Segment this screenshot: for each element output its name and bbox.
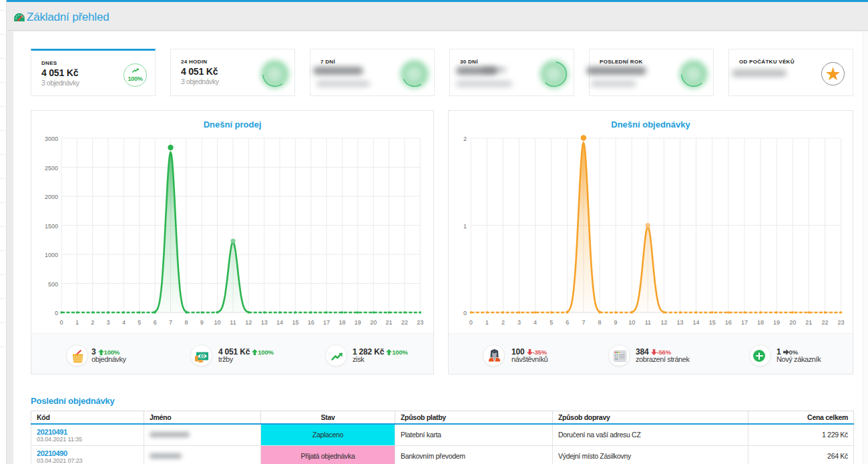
svg-text:2000: 2000 (45, 194, 58, 200)
svg-text:10: 10 (628, 319, 635, 326)
svg-text:9: 9 (614, 319, 618, 326)
svg-text:21: 21 (805, 319, 812, 326)
svg-text:23: 23 (837, 319, 844, 326)
svg-text:9: 9 (200, 319, 204, 326)
svg-text:15: 15 (292, 319, 298, 326)
svg-text:16: 16 (725, 319, 732, 326)
svg-text:2: 2 (463, 136, 467, 142)
svg-text:19: 19 (355, 319, 361, 326)
svg-text:20: 20 (370, 319, 377, 326)
svg-text:3: 3 (107, 319, 110, 326)
svg-text:5: 5 (550, 319, 553, 326)
svg-text:500: 500 (48, 281, 58, 288)
svg-text:13: 13 (261, 319, 268, 326)
svg-text:7: 7 (169, 319, 172, 326)
svg-text:0: 0 (59, 319, 63, 326)
svg-text:17: 17 (323, 319, 330, 326)
svg-text:11: 11 (645, 319, 651, 326)
svg-text:1: 1 (75, 319, 79, 326)
svg-text:8: 8 (184, 319, 188, 326)
svg-text:4: 4 (533, 319, 537, 326)
svg-text:18: 18 (757, 319, 764, 326)
svg-text:12: 12 (245, 319, 252, 326)
svg-text:14: 14 (276, 319, 283, 326)
svg-text:0: 0 (201, 354, 204, 359)
svg-text:1000: 1000 (45, 252, 58, 258)
svg-text:2500: 2500 (45, 165, 58, 172)
svg-text:16: 16 (308, 319, 314, 326)
svg-text:8: 8 (598, 319, 601, 326)
svg-text:5: 5 (138, 319, 141, 326)
svg-text:12: 12 (660, 319, 667, 326)
svg-text:4: 4 (122, 319, 126, 326)
svg-text:23: 23 (417, 319, 423, 326)
svg-text:3: 3 (517, 319, 521, 326)
svg-text:6: 6 (566, 319, 569, 326)
svg-text:0: 0 (469, 319, 473, 326)
svg-text:0: 0 (55, 310, 58, 316)
svg-text:7: 7 (582, 319, 585, 326)
svg-text:18: 18 (339, 319, 345, 326)
svg-text:1500: 1500 (45, 223, 58, 230)
svg-text:1: 1 (463, 223, 467, 230)
svg-text:2: 2 (501, 319, 505, 326)
svg-text:3000: 3000 (45, 136, 58, 142)
svg-text:13: 13 (676, 319, 683, 326)
svg-text:21: 21 (386, 319, 393, 326)
svg-text:0: 0 (463, 310, 467, 316)
svg-text:19: 19 (773, 319, 780, 326)
svg-text:22: 22 (821, 319, 828, 326)
svg-text:14: 14 (693, 319, 700, 326)
svg-text:2: 2 (91, 319, 94, 326)
svg-text:10: 10 (214, 319, 221, 326)
svg-text:17: 17 (741, 319, 748, 326)
svg-text:15: 15 (709, 319, 716, 326)
svg-text:20: 20 (789, 319, 796, 326)
svg-text:22: 22 (401, 319, 408, 326)
svg-text:11: 11 (230, 319, 236, 326)
svg-text:6: 6 (154, 319, 157, 326)
svg-text:1: 1 (485, 319, 489, 326)
